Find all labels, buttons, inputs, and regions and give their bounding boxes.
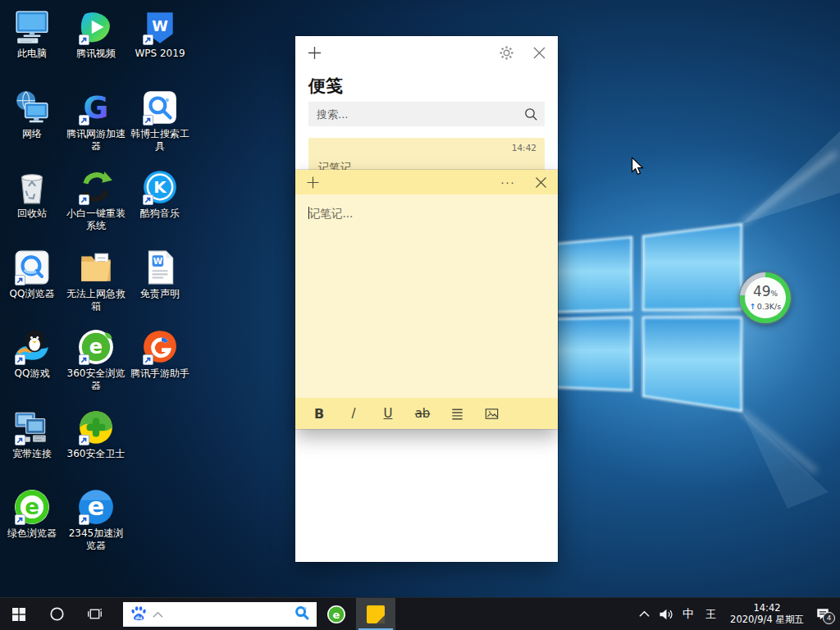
tencent-accelerator-icon: G xyxy=(77,89,115,126)
start-button[interactable] xyxy=(0,598,38,630)
ime-language-indicator[interactable]: 中 xyxy=(682,607,694,622)
ime-mode-icon[interactable]: 王 xyxy=(703,606,719,622)
xiaobai-reinstall-icon xyxy=(77,168,115,206)
desktop-icon-qq-browser[interactable]: QQ浏览器 xyxy=(0,249,64,300)
tencent-gamepad-icon xyxy=(141,328,179,366)
360-browser-icon: e xyxy=(77,328,115,366)
taskbar-search-box[interactable]: du xyxy=(123,602,317,627)
gauge-percent: 49% xyxy=(753,285,778,301)
baidu-icon[interactable]: du xyxy=(130,604,148,625)
close-note-icon[interactable] xyxy=(532,173,550,191)
shortcut-arrow-icon xyxy=(15,514,25,525)
svg-text:du: du xyxy=(135,614,142,619)
kugou-music-icon: K xyxy=(141,168,179,206)
svg-text:e: e xyxy=(88,492,105,521)
desktop-icon-label: 2345加速浏览器 xyxy=(64,527,128,552)
desktop-icon-label: 腾讯视频 xyxy=(64,48,128,60)
desktop-icon-grid: 此电脑腾讯视频WWPS 2019网络G腾讯网游加速器韩博士搜索工具回收站小白一键… xyxy=(0,0,213,574)
desktop-icon-xiaobai-reinstall[interactable]: 小白一键重装系统 xyxy=(64,168,128,232)
desktop-icon-hanboshi-search[interactable]: 韩博士搜索工具 xyxy=(128,89,192,153)
shortcut-arrow-icon xyxy=(15,354,25,365)
add-note-button[interactable] xyxy=(304,173,322,191)
note-placeholder: 记笔记... xyxy=(309,207,353,220)
shortcut-arrow-icon xyxy=(79,514,89,525)
desktop-icon-label: WPS 2019 xyxy=(128,48,192,60)
desktop-icon-tencent-gamepad[interactable]: 腾讯手游助手 xyxy=(128,328,192,380)
svg-text:e: e xyxy=(25,495,39,519)
desktop-screen: 此电脑腾讯视频WWPS 2019网络G腾讯网游加速器韩博士搜索工具回收站小白一键… xyxy=(0,0,840,630)
system-tray: 中 王 14:42 2020/9/4 星期五 4 xyxy=(639,603,840,625)
tray-date: 2020/9/4 星期五 xyxy=(728,614,806,626)
desktop-icon-tencent-video[interactable]: 腾讯视频 xyxy=(64,8,128,60)
chevron-up-icon[interactable] xyxy=(153,606,163,622)
taskbar-search-input[interactable] xyxy=(168,607,289,621)
desktop-icon-broadband[interactable]: 宽带连接 xyxy=(0,409,64,460)
settings-gear-icon[interactable] xyxy=(497,43,515,62)
shortcut-arrow-icon xyxy=(79,115,89,126)
svg-text:W: W xyxy=(152,18,168,34)
action-center-icon[interactable]: 4 xyxy=(815,607,830,622)
gauge-face: 49% ↑0.3K/s xyxy=(745,277,786,318)
desktop-icon-tencent-accelerator[interactable]: G腾讯网游加速器 xyxy=(64,89,128,153)
desktop-icon-network-aid-kit[interactable]: 无法上网急救箱 xyxy=(64,249,128,313)
shortcut-arrow-icon xyxy=(15,435,25,445)
desktop-icon-kugou-music[interactable]: K酷狗音乐 xyxy=(128,168,192,220)
svg-text:e: e xyxy=(333,608,340,620)
italic-button[interactable]: / xyxy=(336,401,371,426)
desktop-icon-qq-game[interactable]: QQ游戏 xyxy=(0,328,64,380)
taskbar-sticky-notes-icon[interactable] xyxy=(356,598,395,630)
desktop-icon-label: 网络 xyxy=(0,128,64,140)
taskbar-clock[interactable]: 14:42 2020/9/4 星期五 xyxy=(728,603,806,625)
shortcut-arrow-icon xyxy=(143,194,153,205)
shortcut-arrow-icon xyxy=(143,34,153,45)
shortcut-arrow-icon xyxy=(15,275,25,285)
desktop-icon-disclaimer[interactable]: W免责声明 xyxy=(128,249,192,300)
broadband-icon xyxy=(13,409,51,446)
desktop-icon-2345-browser[interactable]: e2345加速浏览器 xyxy=(64,488,128,552)
taskbar-360-browser-icon[interactable]: e xyxy=(317,598,356,630)
desktop-icon-label: 绿色浏览器 xyxy=(0,527,64,540)
desktop-icon-recycle-bin[interactable]: 回收站 xyxy=(0,168,64,220)
desktop-icon-label: 酷狗音乐 xyxy=(128,208,192,220)
desktop-icon-label: QQ游戏 xyxy=(0,368,64,380)
tencent-video-icon xyxy=(77,8,115,46)
new-note-button[interactable] xyxy=(305,43,323,62)
task-view-button[interactable] xyxy=(75,598,113,630)
search-input[interactable] xyxy=(308,108,545,121)
qq-browser-icon xyxy=(13,249,51,286)
note-titlebar[interactable]: ··· xyxy=(295,170,558,194)
volume-icon[interactable] xyxy=(659,608,673,621)
shortcut-arrow-icon xyxy=(79,354,89,365)
bullet-list-icon[interactable] xyxy=(440,401,474,426)
desktop-icon-label: 无法上网急救箱 xyxy=(64,288,128,313)
desktop-icon-label: 360安全浏览器 xyxy=(64,368,128,392)
desktop-icon-this-pc[interactable]: 此电脑 xyxy=(0,8,64,60)
close-icon[interactable] xyxy=(530,43,548,62)
note-editor[interactable]: 记笔记... xyxy=(295,194,558,398)
notes-list-titlebar[interactable] xyxy=(295,36,558,69)
hanboshi-search-icon xyxy=(141,89,179,126)
hanboshi-search-icon[interactable] xyxy=(294,605,310,624)
desktop-icon-network[interactable]: 网络 xyxy=(0,89,64,140)
tray-chevron-up-icon[interactable] xyxy=(639,610,650,618)
bold-button[interactable]: B xyxy=(302,401,336,426)
cortana-button[interactable] xyxy=(38,598,75,630)
qq-game-icon xyxy=(13,328,51,366)
desktop-icon-label: 免责声明 xyxy=(128,288,192,300)
insert-image-icon[interactable] xyxy=(474,401,509,426)
desktop-icon-green-browser[interactable]: e绿色浏览器 xyxy=(0,488,64,540)
desktop-icon-360-safe[interactable]: 360安全卫士 xyxy=(64,409,128,460)
desktop-icon-label: QQ浏览器 xyxy=(0,288,64,300)
network-speed-gauge[interactable]: 49% ↑0.3K/s xyxy=(740,272,791,323)
note-format-toolbar: B / U ab xyxy=(295,398,558,429)
strikethrough-button[interactable]: ab xyxy=(405,401,440,426)
wps-2019-icon: W xyxy=(141,8,179,46)
underline-button[interactable]: U xyxy=(371,401,405,426)
tray-time: 14:42 xyxy=(728,603,806,614)
menu-ellipsis-icon[interactable]: ··· xyxy=(495,177,520,187)
shortcut-arrow-icon xyxy=(143,354,153,365)
search-box[interactable] xyxy=(308,102,545,126)
desktop-icon-360-browser[interactable]: e360安全浏览器 xyxy=(64,328,128,392)
network-icon xyxy=(13,89,51,126)
desktop-icon-wps-2019[interactable]: WWPS 2019 xyxy=(128,8,192,60)
